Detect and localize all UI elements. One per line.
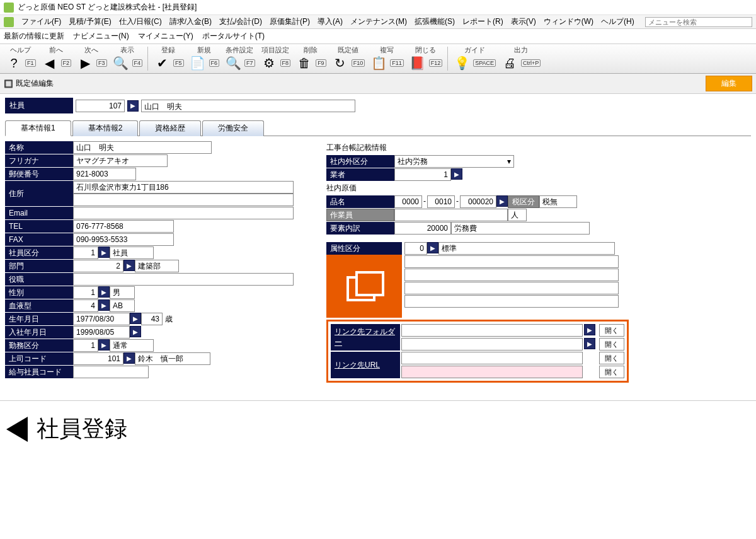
menu-payment[interactable]: 支払/会計(D) — [219, 16, 262, 27]
toolbar-icon[interactable]: 📄 — [189, 54, 207, 72]
birth-input[interactable]: 1977/08/30 — [73, 313, 130, 325]
url-input-2[interactable] — [401, 366, 583, 378]
toolbar-f6[interactable]: 新規📄F6 — [186, 45, 222, 72]
menu-intro[interactable]: 導入(A) — [318, 16, 343, 27]
toolbar-ctrl+p[interactable]: 出力🖨Ctrl+P — [498, 45, 543, 72]
email-input[interactable] — [73, 207, 294, 219]
zip-input[interactable]: 921-8003 — [73, 168, 136, 180]
blood-code[interactable]: 4 — [73, 299, 98, 312]
tab-safety[interactable]: 労働安全 — [202, 120, 264, 136]
menu-view[interactable]: 表示(V) — [511, 16, 536, 27]
birth-picker[interactable]: ▶ — [130, 313, 141, 324]
employee-lookup-button[interactable]: ▶ — [127, 100, 139, 112]
menu-billing[interactable]: 請求/入金(B) — [169, 16, 212, 27]
tel-input[interactable]: 076-777-8568 — [73, 220, 174, 233]
employee-id-input[interactable]: 107 — [76, 100, 125, 112]
url-open-1[interactable]: 開く — [599, 352, 624, 364]
toolbar-icon[interactable]: ↻ — [331, 54, 349, 72]
menu-help[interactable]: ヘルプ(H) — [601, 16, 634, 27]
toolbar-f9[interactable]: 削除🗑F9 — [293, 45, 329, 72]
vendor-code[interactable]: 1 — [394, 168, 451, 181]
menu-window[interactable]: ウィンドウ(W) — [544, 16, 593, 27]
menu-file[interactable]: ファイル(F) — [21, 16, 61, 27]
element-value[interactable]: 20000 — [394, 222, 451, 235]
toolbar-icon[interactable]: 💡 — [453, 54, 471, 72]
toolbar-icon[interactable]: ? — [5, 54, 23, 72]
menu-maintenance[interactable]: メンテナンス(M) — [350, 16, 407, 27]
toolbar-icon[interactable]: 🖨 — [501, 54, 518, 72]
menu-purchase[interactable]: 仕入/日報(C) — [119, 16, 162, 27]
gender-lookup[interactable]: ▶ — [98, 286, 110, 298]
toolbar-icon[interactable]: 🔍 — [224, 54, 242, 72]
toolbar-icon[interactable]: 📋 — [370, 54, 387, 72]
hire-input[interactable]: 1999/08/05 — [73, 326, 130, 339]
menu-extension[interactable]: 拡張機能(S) — [415, 16, 455, 27]
toolbar-icon[interactable]: ▶ — [76, 54, 94, 72]
edit-button[interactable]: 編集 — [706, 76, 752, 91]
folder-label[interactable]: リンク先フォルダー — [331, 324, 400, 351]
url-open-2[interactable]: 開く — [599, 366, 624, 378]
menu-search-input[interactable] — [645, 17, 752, 27]
toolbar-icon[interactable]: 📕 — [409, 54, 427, 72]
vendor-lookup[interactable]: ▶ — [451, 168, 462, 180]
folder-input-2[interactable] — [401, 338, 583, 351]
sub-portal[interactable]: ポータルサイト(T) — [202, 31, 265, 42]
tab-qualification[interactable]: 資格経歴 — [139, 120, 201, 136]
toolbar-f8[interactable]: 項目設定⚙F8 — [258, 45, 294, 72]
menu-cost[interactable]: 原価集計(P) — [270, 16, 310, 27]
addr2-input[interactable] — [73, 194, 294, 206]
toolbar-f12[interactable]: 閉じる📕F12 — [406, 45, 445, 72]
menu-search[interactable] — [645, 17, 752, 27]
kana-input[interactable]: ヤマグチアキオ — [73, 154, 168, 167]
fax-input[interactable]: 090-9953-5533 — [73, 233, 174, 246]
menu-estimate[interactable]: 見積/予算(E) — [69, 16, 111, 27]
boss-code[interactable]: 101 — [73, 352, 123, 365]
toolbar-f4[interactable]: 表示🔍F4 — [110, 45, 146, 72]
toolbar-f2[interactable]: 前へ◀F2 — [38, 45, 74, 72]
attr-row4[interactable] — [404, 295, 619, 308]
menu-report[interactable]: レポート(R) — [462, 16, 503, 27]
folder-open-1[interactable]: 開く — [599, 324, 624, 337]
toolbar-icon[interactable]: ◀ — [41, 54, 59, 72]
toolbar-f10[interactable]: 既定値↻F10 — [329, 45, 368, 72]
gender-code[interactable]: 1 — [73, 286, 98, 299]
boss-lookup[interactable]: ▶ — [123, 352, 135, 364]
toolbar-space[interactable]: ガイド💡SPACE — [450, 45, 498, 72]
blood-lookup[interactable]: ▶ — [98, 299, 110, 311]
attr-lookup[interactable]: ▶ — [427, 242, 438, 253]
attr-row1[interactable] — [404, 255, 619, 268]
attr-row2[interactable] — [404, 269, 619, 281]
folder-open-2[interactable]: 開く — [599, 338, 624, 351]
workdiv-code[interactable]: 1 — [73, 339, 98, 352]
toolbar-f1[interactable]: ヘルプ?F1 — [3, 45, 38, 72]
toolbar-icon[interactable]: 🗑 — [295, 54, 313, 72]
toolbar-icon[interactable]: ⚙ — [260, 54, 278, 72]
folder-browse-1[interactable]: ▶ — [584, 324, 595, 335]
sub-mymenu[interactable]: マイメニュー(Y) — [138, 31, 193, 42]
attr-row3[interactable] — [404, 282, 619, 294]
toolbar-f7[interactable]: 条件設定🔍F7 — [222, 45, 258, 72]
toolbar-f3[interactable]: 次へ▶F3 — [74, 45, 110, 72]
tab-basic2[interactable]: 基本情報2 — [72, 120, 139, 136]
name-input[interactable]: 山口 明夫 — [73, 141, 212, 154]
folder-input-1[interactable] — [401, 324, 583, 337]
toolbar-f11[interactable]: 複写📋F11 — [367, 45, 406, 72]
url-input-1[interactable] — [401, 352, 583, 364]
empdiv-code[interactable]: 1 — [73, 246, 98, 259]
attr-code[interactable]: 0 — [404, 242, 427, 255]
toolbar-f5[interactable]: 登録✔F5 — [151, 45, 186, 72]
inout-select[interactable]: 社内労務▾ — [394, 155, 514, 168]
folder-browse-2[interactable]: ▶ — [584, 338, 595, 349]
position-input[interactable] — [73, 273, 294, 286]
item2-input[interactable]: 0010 — [427, 195, 455, 208]
toolbar-icon[interactable]: 🔍 — [112, 54, 130, 72]
item3-input[interactable]: 000020 — [460, 195, 496, 208]
sub-navmenu[interactable]: ナビメニュー(N) — [73, 31, 129, 42]
addr1-input[interactable]: 石川県金沢市東力1丁目186 — [73, 181, 294, 194]
item1-input[interactable]: 0000 — [394, 195, 422, 208]
toolbar-icon[interactable]: ✔ — [153, 54, 171, 72]
sub-refresh[interactable]: 最新の情報に更新 — [4, 31, 64, 42]
workdiv-lookup[interactable]: ▶ — [98, 339, 110, 351]
hire-picker[interactable]: ▶ — [130, 326, 141, 337]
dept-code[interactable]: 2 — [73, 260, 123, 272]
